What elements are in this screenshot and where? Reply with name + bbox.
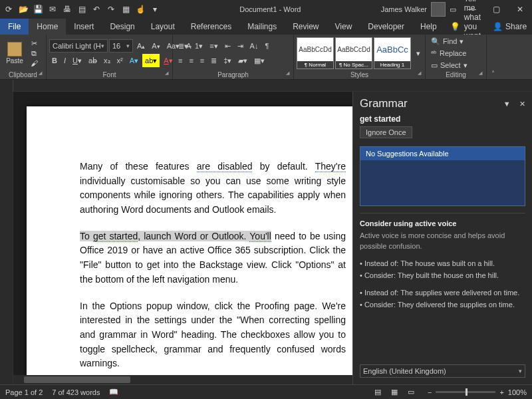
align-center-icon[interactable]: ≡ <box>186 54 196 67</box>
group-paragraph: ≣▾ 1▾ ≡▾ ⇤ ⇥ A↓ ¶ ≡ ≡ ≡ ≣ ‡▾ ▰▾ <box>173 35 294 79</box>
borders-icon[interactable]: ▦▾ <box>251 54 267 67</box>
save-icon[interactable]: 💾 <box>32 3 44 15</box>
proofing-icon[interactable]: 📖 <box>109 388 118 396</box>
style-heading1[interactable]: AaBbCc Heading 1 <box>374 37 411 69</box>
styles-more-icon[interactable]: ▾ <box>412 49 424 58</box>
superscript-icon[interactable]: x² <box>114 54 126 67</box>
numbering-icon[interactable]: 1▾ <box>192 39 205 53</box>
style-nospacing[interactable]: AaBbCcDd ¶ No Spac... <box>335 37 372 69</box>
ignore-once-button[interactable]: Ignore Once <box>360 126 412 138</box>
subscript-icon[interactable]: x₂ <box>101 54 113 67</box>
undo-icon[interactable]: ↶ <box>90 3 102 15</box>
vertical-ruler[interactable] <box>0 92 13 384</box>
align-right-icon[interactable]: ≡ <box>198 54 207 67</box>
bold-icon[interactable]: B <box>49 54 60 67</box>
tell-me[interactable]: 💡 Tell me what you want to do <box>445 19 486 35</box>
shrink-font-icon[interactable]: A▾ <box>149 39 162 53</box>
replace-icon: ᵃᵇ <box>431 49 437 58</box>
share-label: Share <box>505 22 527 31</box>
read-mode-icon[interactable]: ▤ <box>370 388 385 396</box>
user-avatar[interactable] <box>431 2 446 17</box>
group-label-font: Font <box>49 70 170 78</box>
select-icon: ▭ <box>431 61 438 70</box>
quick-access-toolbar: ⟳ 📂 💾 ✉ 🖶 ▤ ↶ ↷ ▦ ☝ ▾ <box>0 3 164 15</box>
font-name-combo[interactable]: Calibri Light (H <box>49 39 108 53</box>
share-button[interactable]: 👤 Share <box>486 19 532 35</box>
cut-icon[interactable]: ✂ <box>28 39 40 48</box>
tab-layout[interactable]: Layout <box>143 19 183 35</box>
grow-font-icon[interactable]: A▴ <box>134 39 148 53</box>
indent-icon[interactable]: ⇥ <box>235 39 246 53</box>
window-title: Document1 - Word <box>164 5 377 13</box>
text-effect-icon[interactable]: A▾ <box>127 54 141 67</box>
sort-icon[interactable]: A↓ <box>247 39 261 53</box>
close-button[interactable]: ✕ <box>508 0 532 19</box>
horizontal-ruler[interactable] <box>13 80 532 92</box>
web-layout-icon[interactable]: ▭ <box>404 388 418 396</box>
open-icon[interactable]: 📂 <box>17 3 29 15</box>
grammar-pane: Grammar ▼ ✕ get started Ignore Once No S… <box>352 92 532 384</box>
group-label-styles: Styles <box>297 70 422 78</box>
paragraph-3[interactable]: In the Options popup window, click the P… <box>80 299 346 371</box>
preview-icon[interactable]: ▤ <box>76 3 88 15</box>
copy-icon[interactable]: ⧉ <box>28 49 40 58</box>
page-indicator[interactable]: Page 1 of 2 <box>5 388 43 396</box>
justify-icon[interactable]: ≣ <box>208 54 219 67</box>
zoom-slider[interactable] <box>436 391 495 393</box>
underline-icon[interactable]: U▾ <box>70 54 84 67</box>
status-bar: Page 1 of 2 7 of 423 words 📖 ▤ ▦ ▭ − + 1… <box>0 384 532 399</box>
pane-options-icon[interactable]: ▼ <box>503 100 511 108</box>
shading-icon[interactable]: ▰▾ <box>235 54 250 67</box>
print-layout-icon[interactable]: ▦ <box>387 388 402 396</box>
qat-dropdown-icon[interactable]: ▾ <box>149 3 161 15</box>
zoom-out-icon[interactable]: − <box>428 388 432 396</box>
pane-close-icon[interactable]: ✕ <box>519 100 525 108</box>
tab-developer[interactable]: Developer <box>360 19 412 35</box>
paragraph-1[interactable]: Many of these features are disabled by d… <box>80 160 346 217</box>
word-count[interactable]: 7 of 423 words <box>52 388 100 396</box>
collapse-ribbon-icon[interactable]: ˄ <box>487 35 499 79</box>
touch-icon[interactable]: ☝ <box>134 3 146 15</box>
language-combo[interactable]: English (United Kingdom) <box>360 364 525 378</box>
font-size-combo[interactable]: 16 <box>109 39 133 53</box>
tab-review[interactable]: Review <box>285 19 327 35</box>
tab-file[interactable]: File <box>0 19 29 35</box>
outdent-icon[interactable]: ⇤ <box>222 39 233 53</box>
group-styles: AaBbCcDd ¶ Normal AaBbCcDd ¶ No Spac... … <box>294 35 426 79</box>
tab-help[interactable]: Help <box>412 19 445 35</box>
paste-button[interactable]: Paste <box>3 38 27 68</box>
line-spacing-icon[interactable]: ‡▾ <box>221 54 234 67</box>
tab-references[interactable]: References <box>183 19 239 35</box>
tab-view[interactable]: View <box>327 19 360 35</box>
style-normal[interactable]: AaBbCcDd ¶ Normal <box>297 37 334 69</box>
email-icon[interactable]: ✉ <box>47 3 59 15</box>
page[interactable]: Many of these features are disabled by d… <box>27 106 352 384</box>
document-canvas[interactable]: Many of these features are disabled by d… <box>13 92 352 384</box>
find-button[interactable]: 🔍Find ▾ <box>428 36 470 47</box>
multilevel-icon[interactable]: ≡▾ <box>207 39 220 53</box>
maximize-button[interactable]: ▢ <box>484 0 508 19</box>
tab-mailings[interactable]: Mailings <box>239 19 285 35</box>
show-marks-icon[interactable]: ¶ <box>262 39 271 53</box>
table-icon[interactable]: ▦ <box>120 3 132 15</box>
ribbon-display-icon[interactable]: ▭ <box>450 5 456 14</box>
account-area[interactable]: James Walker ▭ <box>377 2 460 17</box>
align-left-icon[interactable]: ≡ <box>176 54 185 67</box>
paragraph-2[interactable]: To get started, launch Word or Outlook. … <box>80 229 346 287</box>
highlight-icon[interactable]: ab▾ <box>142 54 160 67</box>
bullets-icon[interactable]: ≣▾ <box>176 39 191 53</box>
replace-button[interactable]: ᵃᵇReplace <box>428 48 470 59</box>
redo-icon[interactable]: ↷ <box>105 3 117 15</box>
zoom-in-icon[interactable]: + <box>499 388 503 396</box>
tab-design[interactable]: Design <box>102 19 142 35</box>
autosave-icon[interactable]: ⟳ <box>3 3 15 15</box>
format-painter-icon[interactable]: 🖌 <box>28 59 40 68</box>
italic-icon[interactable]: I <box>61 54 68 67</box>
tab-home[interactable]: Home <box>29 19 66 35</box>
select-button[interactable]: ▭Select ▾ <box>428 60 470 70</box>
horizontal-scrollbar[interactable] <box>13 375 352 384</box>
zoom-level[interactable]: 100% <box>508 388 527 396</box>
strike-icon[interactable]: ab̶ <box>86 54 100 67</box>
print-icon[interactable]: 🖶 <box>61 3 73 15</box>
tab-insert[interactable]: Insert <box>66 19 102 35</box>
